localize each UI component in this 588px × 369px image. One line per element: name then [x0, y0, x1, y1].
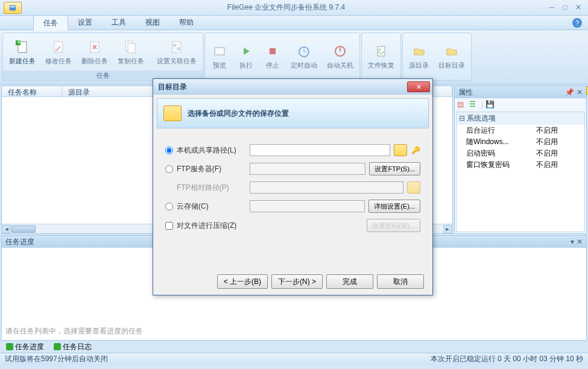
minimize-button[interactable]: ─ [546, 4, 558, 12]
ftp-relative-label: FTP相对路径(P) [177, 183, 246, 193]
link-task-button[interactable]: 设置关联任务 [152, 36, 201, 68]
progress-dot-icon [6, 343, 13, 350]
stop-icon [264, 43, 281, 60]
property-row[interactable]: 后台运行不启用 [457, 125, 584, 136]
save-icon[interactable]: 💾 [485, 100, 495, 110]
edit-task-button[interactable]: 修改任务 [40, 36, 77, 68]
properties-panel: 属性 📌✕ ▤ ☰ | 💾 系统选项 后台运行不启用 随Windows...不启… [454, 86, 587, 234]
restore-icon [373, 43, 390, 60]
password-settings-button[interactable]: 设置密码(W)... [367, 219, 420, 232]
ftp-settings-button[interactable]: 设置FTP(S)... [369, 162, 420, 175]
preview-button[interactable]: 预览 [206, 40, 233, 72]
ftp-radio[interactable] [165, 165, 173, 173]
stop-button[interactable]: 停止 [259, 40, 286, 72]
browse-folder-button[interactable] [407, 181, 420, 194]
property-row[interactable]: 启动密码不启用 [457, 148, 584, 159]
copy-task-button[interactable]: 复制任务 [113, 36, 149, 68]
property-row[interactable]: 随Windows...不启用 [457, 136, 584, 148]
dialog-close-button[interactable]: ✕ [407, 81, 430, 92]
property-tree: 系统选项 后台运行不启用 随Windows...不启用 启动密码不启用 窗口恢复… [456, 112, 585, 232]
cloud-input[interactable] [250, 200, 365, 212]
timer-icon [296, 43, 312, 60]
property-group[interactable]: 系统选项 [457, 112, 584, 125]
svg-rect-0 [10, 5, 16, 10]
source-dir-button[interactable]: 源目录 [404, 40, 434, 72]
ftp-input[interactable] [250, 163, 365, 175]
pin-icon[interactable]: ▾ [571, 238, 574, 246]
new-task-button[interactable]: + 新建任务 [4, 36, 40, 68]
pin-icon[interactable]: 📌 [565, 88, 574, 96]
compress-checkbox[interactable] [165, 222, 173, 230]
svg-rect-13 [270, 48, 276, 54]
close-button[interactable]: ✕ [572, 4, 584, 12]
cloud-settings-button[interactable]: 详细设置(E)... [368, 200, 420, 213]
menu-tab-task[interactable]: 任务 [33, 15, 68, 31]
menu-tab-tools[interactable]: 工具 [102, 15, 136, 30]
panel-close-icon[interactable]: ✕ [577, 88, 583, 96]
delete-doc-icon [86, 39, 103, 55]
tab-task-progress[interactable]: 任务进度 [4, 341, 46, 353]
tab-task-log[interactable]: 任务日志 [51, 341, 94, 353]
target-directory-dialog: 目标目录 ✕ 选择备份或同步文件的保存位置 本机或共享路径(L) 🔑 FTP服务… [153, 78, 433, 295]
bottom-tabs: 任务进度 任务日志 [0, 341, 588, 353]
progress-title: 任务进度 [5, 237, 34, 247]
progress-hint: 请在任务列表中，选择需要查看进度的任务 [5, 326, 143, 336]
panel-close-icon[interactable]: ✕ [577, 238, 583, 246]
svg-rect-9 [172, 42, 181, 52]
status-left: 试用版将在5997分钟后自动关闭 [5, 354, 108, 364]
browse-folder-button[interactable] [394, 144, 407, 156]
key-icon[interactable]: 🔑 [411, 144, 420, 156]
column-task-name[interactable]: 任务名称 [2, 86, 62, 96]
app-logo-icon [4, 2, 22, 14]
menubar: 任务 设置 工具 视图 帮助 ? [0, 16, 588, 30]
plus-doc-icon: + [14, 39, 31, 55]
svg-rect-8 [128, 43, 135, 53]
help-icon[interactable]: ? [572, 18, 582, 28]
dialog-title: 目标目录 [158, 82, 187, 92]
folder-icon [163, 106, 182, 121]
compress-label: 对文件进行压缩(Z) [177, 221, 236, 231]
menu-tab-view[interactable]: 视图 [136, 15, 169, 30]
copy-doc-icon [122, 39, 139, 55]
ftp-relative-input[interactable] [250, 181, 403, 194]
edit-doc-icon [50, 39, 67, 55]
finish-button[interactable]: 完成 [326, 274, 373, 289]
sort-icon[interactable]: ☰ [469, 100, 479, 110]
play-icon [238, 43, 254, 60]
ribbon: + 新建任务 修改任务 删除任务 复制任务 设置关联任务 任务 [0, 30, 588, 84]
categorize-icon[interactable]: ▤ [457, 100, 467, 110]
menu-tab-help[interactable]: 帮助 [169, 15, 203, 30]
cloud-radio[interactable] [165, 203, 173, 210]
svg-rect-12 [215, 48, 224, 55]
cancel-button[interactable]: 取消 [377, 274, 424, 289]
shutdown-button[interactable]: 自动关机 [322, 40, 358, 72]
cloud-label: 云存储(C) [177, 201, 246, 212]
window-title: FileGee 企业文件同步备份系统 9.7.4 [27, 2, 546, 13]
dialog-banner-text: 选择备份或同步文件的保存位置 [188, 109, 289, 119]
log-dot-icon [54, 343, 61, 350]
target-dir-button[interactable]: 目标目录 [434, 40, 470, 72]
preview-icon [211, 43, 228, 60]
statusbar: 试用版将在5997分钟后自动关闭 本次开启已稳定运行 0 天 00 小时 03 … [0, 353, 588, 365]
property-row[interactable]: 窗口恢复密码不启用 [457, 159, 584, 171]
prev-button[interactable]: < 上一步(B) [217, 274, 268, 289]
power-icon [332, 43, 349, 60]
restore-button[interactable]: 文件恢复 [363, 40, 399, 72]
delete-task-button[interactable]: 删除任务 [77, 36, 113, 68]
svg-rect-1 [10, 6, 16, 7]
timer-button[interactable]: 定时自动 [286, 40, 322, 72]
ftp-label: FTP服务器(F) [177, 164, 246, 174]
menu-tab-settings[interactable]: 设置 [68, 15, 102, 30]
local-path-label: 本机或共享路径(L) [177, 145, 246, 156]
run-button[interactable]: 执行 [233, 40, 259, 72]
svg-text:+: + [17, 39, 21, 46]
local-path-radio[interactable] [165, 147, 173, 154]
next-button[interactable]: 下一步(N) > [271, 274, 323, 289]
link-doc-icon [168, 39, 185, 55]
status-right: 本次开启已稳定运行 0 天 00 小时 03 分钟 10 秒 [431, 354, 583, 364]
folder-icon [443, 43, 460, 60]
maximize-button[interactable]: □ [559, 4, 571, 12]
properties-title: 属性 [458, 87, 473, 98]
titlebar: FileGee 企业文件同步备份系统 9.7.4 ─ □ ✕ [0, 0, 588, 16]
local-path-input[interactable] [250, 144, 390, 156]
